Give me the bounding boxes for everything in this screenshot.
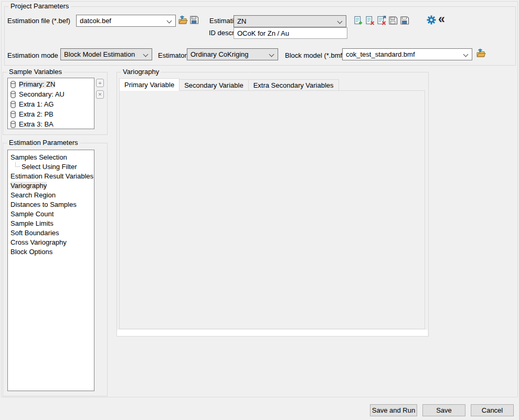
sample-variable-label: Primary: ZN <box>19 80 55 88</box>
database-icon <box>10 121 16 128</box>
param-item-search-region[interactable]: Search Region <box>8 190 94 200</box>
open-estimation-file-icon[interactable] <box>178 15 188 25</box>
save-estimation-file-icon[interactable] <box>189 15 199 25</box>
variography-tabs: Primary Variable Secondary Variable Extr… <box>119 78 339 91</box>
param-item-sample-limits[interactable]: Sample Limits <box>8 218 94 228</box>
estimation-parameters-listbox[interactable]: Samples Selection Select Using Filter Es… <box>7 150 94 391</box>
database-icon <box>10 111 16 118</box>
sample-variables-listbox[interactable]: Primary: ZN Secondary: AU Extra 1: AG Ex… <box>7 78 94 129</box>
chevron-down-icon <box>337 19 343 24</box>
project-parameters-title: Project Parameters <box>8 3 71 10</box>
database-icon <box>10 91 16 98</box>
param-item-estimation-result-variables[interactable]: Estimation Result Variables <box>8 171 94 181</box>
sample-variable-label: Extra 1: AG <box>19 100 54 108</box>
remove-variable-icon[interactable]: ✕ <box>96 90 104 99</box>
cancel-button[interactable]: Cancel <box>471 404 514 416</box>
sample-variable-label: Extra 2: PB <box>19 110 54 118</box>
estimator-combobox[interactable]: Ordinary CoKriging <box>187 48 278 60</box>
sample-variable-label: Extra 3: BA <box>19 120 54 128</box>
new-estimation-icon[interactable] <box>354 16 363 25</box>
open-block-model-icon[interactable] <box>476 48 486 58</box>
block-model-value: cok_test_standard.bmf <box>346 50 415 58</box>
chevron-down-icon <box>167 18 172 24</box>
id-description-value: OCoK for Zn / Au <box>237 29 289 37</box>
settings-gear-icon[interactable] <box>427 15 436 25</box>
estimation-file-value: datcok.bef <box>80 17 111 25</box>
save-and-run-button[interactable]: Save and Run <box>370 404 417 416</box>
tab-secondary-variable[interactable]: Secondary Variable <box>179 79 249 91</box>
estimation-parameters-title: Estimation Parameters <box>7 139 80 146</box>
folder-import-icon <box>178 15 188 25</box>
estimator-value: Ordinary CoKriging <box>190 50 249 58</box>
estimation-dialog: { "project_parameters": { "title": "Proj… <box>0 0 519 420</box>
estimator-label: Estimator <box>158 51 187 59</box>
sample-variable-item[interactable]: Primary: ZN <box>8 79 94 89</box>
estimation-id-combobox[interactable]: ZN <box>234 15 346 27</box>
param-item-soft-boundaries[interactable]: Soft Boundaries <box>8 228 94 237</box>
variography-title: Variography <box>121 68 161 76</box>
param-item-samples-selection[interactable]: Samples Selection <box>8 152 94 162</box>
block-model-combobox[interactable]: cok_test_standard.bmf <box>342 48 472 60</box>
estimation-mode-value: Block Model Estimation <box>64 50 135 58</box>
sample-variable-item[interactable]: Extra 1: AG <box>8 99 94 109</box>
chevron-down-icon <box>463 52 469 57</box>
sample-variable-item[interactable]: Extra 2: PB <box>8 109 94 119</box>
estimation-file-combobox[interactable]: datcok.bef <box>76 15 176 27</box>
sample-variable-label: Secondary: AU <box>19 90 65 98</box>
chevron-down-icon <box>269 52 274 57</box>
param-item-sample-count[interactable]: Sample Count <box>8 209 94 218</box>
param-item-select-using-filter[interactable]: Select Using Filter <box>8 162 94 171</box>
database-icon <box>10 81 16 88</box>
save-button[interactable]: Save <box>422 404 465 416</box>
param-item-cross-variography[interactable]: Cross Variography <box>8 237 94 247</box>
param-item-distances-to-samples[interactable]: Distances to Samples <box>8 200 94 209</box>
sample-variable-item[interactable]: Secondary: AU <box>8 89 94 99</box>
floppy-icon <box>189 15 199 25</box>
estimation-id-value: ZN <box>237 17 246 25</box>
group-bottom-strip <box>117 330 428 336</box>
add-variable-icon[interactable]: + <box>96 79 104 87</box>
param-item-variography[interactable]: Variography <box>8 181 94 190</box>
save-estimation-as-icon[interactable] <box>400 16 409 25</box>
duplicate-estimation-icon[interactable] <box>377 16 386 25</box>
collapse-chevrons-icon[interactable]: « <box>438 14 445 24</box>
delete-estimation-icon[interactable] <box>365 16 375 25</box>
tab-primary-variable[interactable]: Primary Variable <box>119 78 179 91</box>
id-description-field[interactable]: OCoK for Zn / Au <box>234 27 347 39</box>
estimation-file-label: Estimation file (*.bef) <box>7 17 70 25</box>
database-icon <box>10 101 16 108</box>
sample-variable-item[interactable]: Extra 3: BA <box>8 119 94 129</box>
tree-branch-icon <box>15 162 20 167</box>
save-estimation-icon[interactable] <box>388 16 398 25</box>
variography-tab-panel <box>119 90 425 329</box>
estimation-mode-combobox[interactable]: Block Model Estimation <box>60 48 152 60</box>
estimation-mode-label: Estimation mode <box>7 51 58 59</box>
chevron-down-icon <box>143 52 149 57</box>
tab-extra-secondary-variables[interactable]: Extra Secondary Variables <box>249 79 339 91</box>
block-model-label: Block model (*.bmf) <box>285 51 344 59</box>
param-item-block-options[interactable]: Block Options <box>8 247 94 256</box>
sample-variables-title: Sample Variables <box>7 68 64 76</box>
